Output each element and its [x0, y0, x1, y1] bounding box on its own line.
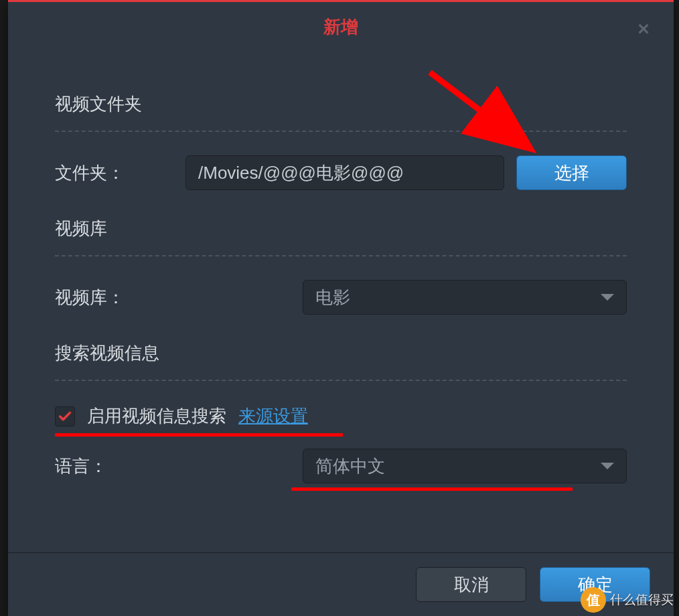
language-label: 语言：: [55, 455, 303, 478]
section-search-info: 搜索视频信息: [55, 341, 627, 365]
chevron-down-icon: [601, 294, 614, 301]
enable-search-checkbox[interactable]: [55, 406, 75, 427]
divider: [55, 255, 627, 256]
dialog-header: 新增 ×: [8, 2, 674, 52]
library-label: 视频库：: [55, 286, 303, 309]
annotation-underline: [55, 433, 343, 437]
select-folder-button[interactable]: 选择: [516, 155, 627, 190]
dialog-footer: 取消 确定: [8, 552, 674, 616]
ok-button[interactable]: 确定: [540, 567, 650, 602]
close-icon[interactable]: ×: [633, 19, 654, 39]
library-dropdown[interactable]: 电影: [303, 280, 627, 315]
folder-row: 文件夹： 选择: [55, 155, 627, 190]
source-settings-link[interactable]: 来源设置: [238, 404, 308, 428]
divider: [55, 131, 627, 132]
language-dropdown[interactable]: 简体中文: [303, 449, 627, 483]
dialog-title: 新增: [323, 15, 358, 39]
folder-label: 文件夹：: [55, 161, 185, 185]
annotation-underline: [291, 487, 573, 491]
section-video-folder: 视频文件夹: [55, 92, 627, 116]
language-selected: 简体中文: [315, 455, 385, 478]
library-selected: 电影: [315, 286, 350, 309]
folder-input[interactable]: [185, 155, 504, 190]
dialog-body: 视频文件夹 文件夹： 选择 视频库 视频库： 电影 搜索视频信息 启用视频信息搜…: [8, 52, 674, 491]
divider: [55, 380, 627, 381]
enable-search-row: 启用视频信息搜索 来源设置: [55, 404, 627, 428]
library-row: 视频库： 电影: [55, 280, 627, 315]
enable-search-label: 启用视频信息搜索: [87, 404, 226, 428]
section-video-library: 视频库: [55, 217, 627, 240]
chevron-down-icon: [601, 463, 614, 469]
language-row: 语言： 简体中文: [55, 449, 627, 483]
add-dialog: 新增 × 视频文件夹 文件夹： 选择 视频库 视频库： 电影 搜索视频信息: [8, 0, 674, 616]
cancel-button[interactable]: 取消: [416, 567, 526, 602]
check-icon: [58, 409, 72, 424]
